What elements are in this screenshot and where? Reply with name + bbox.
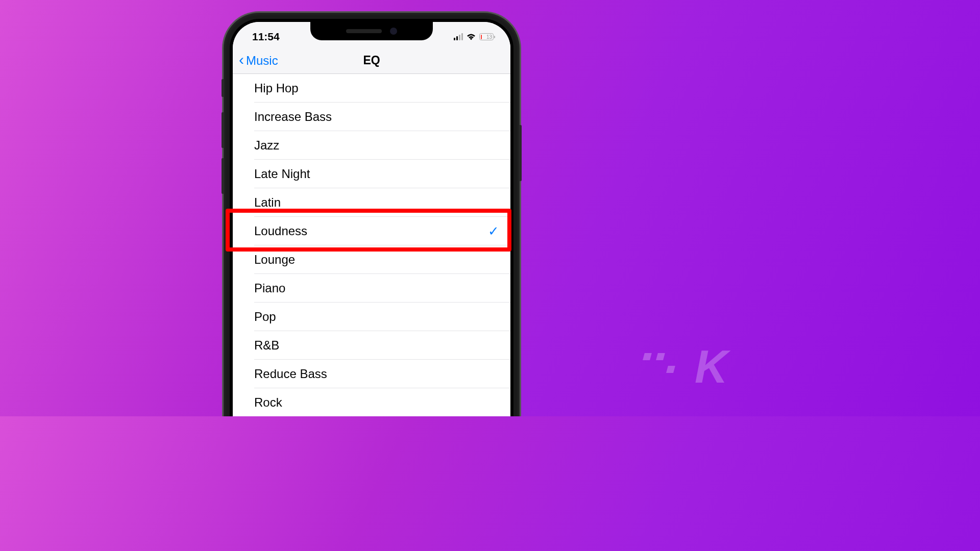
back-button[interactable]: ‹ Music <box>239 54 278 68</box>
page-title: EQ <box>363 54 380 67</box>
watermark-dots <box>667 366 674 373</box>
eq-option-row[interactable]: Increase Bass <box>233 103 510 131</box>
wifi-icon <box>466 33 476 41</box>
eq-option-row[interactable]: Reduce Bass <box>233 360 510 388</box>
nav-bar: ‹ Music EQ <box>233 47 510 74</box>
back-label: Music <box>246 54 278 68</box>
eq-option-label: Pop <box>254 310 276 324</box>
eq-option-label: Lounge <box>254 253 295 267</box>
eq-option-row[interactable]: Hip Hop <box>233 74 510 103</box>
phone-screen: 11:54 13 <box>233 22 510 416</box>
battery-percent: 13 <box>486 34 492 40</box>
battery-icon: 13 <box>479 33 495 40</box>
eq-option-label: Piano <box>254 281 285 295</box>
chevron-left-icon: ‹ <box>239 52 244 67</box>
eq-option-label: Late Night <box>254 167 310 181</box>
eq-option-row[interactable]: Pop <box>233 303 510 331</box>
eq-option-label: Increase Bass <box>254 110 332 124</box>
volume-up-button <box>222 112 224 148</box>
silence-switch <box>222 79 224 97</box>
eq-option-label: Hip Hop <box>254 81 299 95</box>
checkmark-icon: ✓ <box>488 223 499 239</box>
eq-option-label: Loudness <box>254 224 307 238</box>
eq-option-row[interactable]: Latin <box>233 188 510 217</box>
power-button <box>519 125 522 181</box>
eq-option-label: R&B <box>254 338 279 353</box>
watermark-logo: K <box>695 341 725 393</box>
volume-down-button <box>222 158 224 194</box>
eq-option-label: Latin <box>254 195 281 210</box>
status-time: 11:54 <box>252 31 280 43</box>
eq-option-row[interactable]: Piano <box>233 274 510 303</box>
phone-frame: 11:54 13 <box>224 13 520 416</box>
eq-option-row[interactable]: Jazz <box>233 131 510 160</box>
eq-option-row[interactable]: Loudness✓ <box>233 217 510 245</box>
eq-option-row[interactable]: R&B <box>233 331 510 360</box>
eq-option-label: Reduce Bass <box>254 367 327 381</box>
eq-list[interactable]: Hip HopIncrease BassJazzLate NightLatinL… <box>233 74 510 416</box>
eq-option-label: Jazz <box>254 138 279 153</box>
eq-option-row[interactable]: Lounge <box>233 245 510 274</box>
eq-option-row[interactable]: Late Night <box>233 160 510 188</box>
eq-option-row[interactable]: Rock <box>233 388 510 416</box>
watermark-dots <box>644 353 664 360</box>
cellular-icon <box>454 33 463 40</box>
eq-option-label: Rock <box>254 395 282 410</box>
phone-notch <box>310 22 433 40</box>
status-icons: 13 <box>454 33 496 41</box>
